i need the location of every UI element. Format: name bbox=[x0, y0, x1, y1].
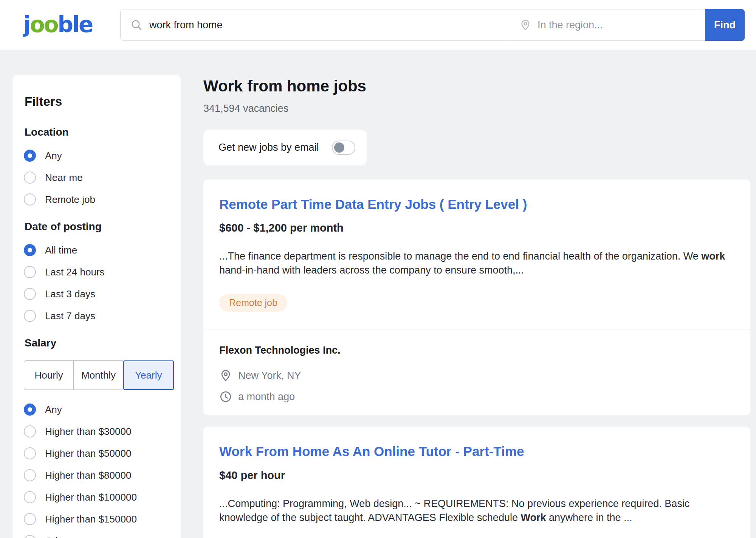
job-description-highlight: work bbox=[701, 250, 725, 262]
radio-label: Higher than $30000 bbox=[45, 426, 131, 438]
radio-icon[interactable] bbox=[24, 404, 36, 416]
job-title-link[interactable]: Work From Home As An Online Tutor - Part… bbox=[219, 444, 524, 459]
radio-option-salary-80000[interactable]: Higher than $80000 bbox=[24, 469, 170, 481]
toggle-knob bbox=[334, 142, 344, 153]
header: jooble Find bbox=[0, 0, 756, 50]
radio-icon[interactable] bbox=[24, 447, 36, 459]
location-group-title: Location bbox=[25, 126, 170, 138]
radio-icon[interactable] bbox=[24, 172, 36, 184]
job-description-text: hand-in-hand with leaders across the com… bbox=[219, 264, 524, 276]
job-card-footer: Flexon Technologies Inc. New York, NY a … bbox=[203, 329, 750, 415]
radio-icon[interactable] bbox=[24, 425, 36, 438]
radio-label: Last 3 days bbox=[45, 288, 95, 300]
logo-part: ble bbox=[58, 12, 93, 37]
radio-label: Other bbox=[45, 535, 70, 538]
radio-option-last-3-days[interactable]: Last 3 days bbox=[24, 288, 170, 300]
job-card-body: Remote Part Time Data Entry Jobs ( Entry… bbox=[203, 179, 750, 329]
job-description: ...The finance department is responsible… bbox=[219, 249, 734, 277]
radio-label: Remote job bbox=[45, 194, 95, 206]
radio-label: Any bbox=[45, 150, 62, 162]
job-description-text: anywhere in the ... bbox=[546, 512, 632, 523]
radio-icon[interactable] bbox=[24, 150, 36, 162]
job-salary: $40 per hour bbox=[219, 469, 734, 482]
radio-label: Near me bbox=[45, 172, 83, 184]
radio-icon[interactable] bbox=[24, 266, 36, 278]
location-pin-icon bbox=[219, 369, 232, 382]
job-location-row: New York, NY bbox=[219, 369, 734, 382]
job-title-link[interactable]: Remote Part Time Data Entry Jobs ( Entry… bbox=[219, 197, 527, 212]
tab-yearly[interactable]: Yearly bbox=[123, 360, 174, 390]
remote-job-tag: Remote job bbox=[219, 294, 287, 312]
tab-hourly[interactable]: Hourly bbox=[24, 360, 73, 390]
radio-option-location-any[interactable]: Any bbox=[24, 150, 170, 162]
job-salary: $600 - $1,200 per month bbox=[219, 222, 734, 234]
date-group-title: Date of posting bbox=[25, 221, 170, 233]
tab-monthly[interactable]: Monthly bbox=[73, 360, 123, 390]
radio-option-salary-other[interactable]: Other bbox=[24, 535, 170, 538]
radio-option-salary-30000[interactable]: Higher than $30000 bbox=[24, 425, 170, 438]
radio-option-all-time[interactable]: All time bbox=[24, 244, 170, 256]
job-card: Work From Home As An Online Tutor - Part… bbox=[203, 427, 750, 538]
radio-label: Higher than $50000 bbox=[45, 448, 131, 459]
radio-option-near-me[interactable]: Near me bbox=[24, 172, 170, 184]
radio-icon[interactable] bbox=[24, 288, 36, 300]
job-location: New York, NY bbox=[238, 370, 301, 382]
location-pin-icon bbox=[519, 19, 531, 31]
search-icon bbox=[130, 19, 143, 31]
job-description: ...Computing: Programming, Web design...… bbox=[219, 497, 734, 525]
radio-label: Higher than $150000 bbox=[45, 513, 137, 525]
radio-icon[interactable] bbox=[24, 193, 36, 206]
filter-group-date: Date of posting All time Last 24 hours L… bbox=[24, 221, 170, 322]
job-posted: a month ago bbox=[238, 391, 295, 403]
search-input[interactable] bbox=[149, 19, 500, 31]
radio-option-salary-50000[interactable]: Higher than $50000 bbox=[24, 447, 170, 459]
radio-icon[interactable] bbox=[24, 244, 36, 256]
logo-part: j bbox=[23, 12, 30, 37]
clock-icon bbox=[219, 390, 232, 403]
radio-option-salary-150000[interactable]: Higher than $150000 bbox=[24, 513, 170, 525]
radio-icon[interactable] bbox=[24, 535, 36, 538]
email-subscribe-card: Get new jobs by email bbox=[203, 130, 367, 165]
page-title: Work from home jobs bbox=[203, 77, 750, 95]
radio-option-salary-any[interactable]: Any bbox=[24, 404, 170, 416]
search-field bbox=[121, 9, 510, 40]
search-bar: Find bbox=[120, 9, 745, 41]
region-input[interactable] bbox=[538, 19, 696, 31]
find-button[interactable]: Find bbox=[705, 9, 745, 41]
radio-icon[interactable] bbox=[24, 491, 36, 503]
logo-part: oo bbox=[30, 12, 58, 37]
email-subscribe-toggle[interactable] bbox=[332, 141, 355, 155]
filter-group-location: Location Any Near me Remote job bbox=[24, 126, 170, 206]
radio-icon[interactable] bbox=[24, 469, 36, 481]
radio-option-salary-100000[interactable]: Higher than $100000 bbox=[24, 491, 170, 503]
vacancies-count: 341,594 vacancies bbox=[203, 103, 750, 114]
job-card-body: Work From Home As An Online Tutor - Part… bbox=[203, 427, 750, 524]
company-name: Flexon Technologies Inc. bbox=[219, 345, 734, 356]
filters-panel: Filters Location Any Near me Remote job … bbox=[12, 75, 181, 538]
job-description-text: ...The finance department is responsible… bbox=[219, 250, 701, 262]
email-subscribe-label: Get new jobs by email bbox=[218, 142, 319, 153]
radio-label: Higher than $80000 bbox=[45, 470, 131, 481]
filter-group-salary: Salary Hourly Monthly Yearly Any Higher … bbox=[24, 337, 170, 538]
radio-label: Last 7 days bbox=[45, 310, 95, 322]
jooble-logo[interactable]: jooble bbox=[23, 14, 92, 36]
radio-label: Last 24 hours bbox=[45, 266, 105, 278]
salary-group-title: Salary bbox=[25, 337, 170, 349]
radio-icon[interactable] bbox=[24, 513, 36, 525]
radio-option-last-24-hours[interactable]: Last 24 hours bbox=[24, 266, 170, 278]
results-column: Work from home jobs 341,594 vacancies Ge… bbox=[203, 75, 750, 538]
filters-title: Filters bbox=[25, 94, 170, 109]
radio-option-last-7-days[interactable]: Last 7 days bbox=[24, 310, 170, 322]
salary-period-tabs: Hourly Monthly Yearly bbox=[24, 360, 174, 390]
radio-option-remote-job[interactable]: Remote job bbox=[24, 193, 170, 206]
job-posted-row: a month ago bbox=[219, 390, 734, 403]
region-field bbox=[510, 9, 705, 40]
job-card: Remote Part Time Data Entry Jobs ( Entry… bbox=[203, 179, 750, 415]
radio-label: All time bbox=[45, 244, 77, 256]
radio-label: Higher than $100000 bbox=[45, 492, 137, 503]
radio-label: Any bbox=[45, 404, 62, 416]
radio-icon[interactable] bbox=[24, 310, 36, 322]
job-description-highlight: Work bbox=[521, 512, 546, 523]
